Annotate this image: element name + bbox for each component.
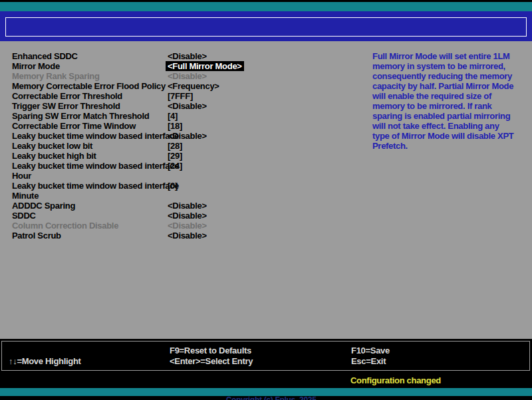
main-area: Enhanced SDDC <Disable> Mirror Mode <Ful… xyxy=(0,41,532,339)
help-panel: Full Mirror Mode will set entire 1LM mem… xyxy=(372,51,531,151)
setting-row[interactable]: Memory Correctable Error Flood Policy <F… xyxy=(12,81,364,91)
key-hint-move: ↑↓=Move Highlight xyxy=(9,356,81,366)
setting-label: Patrol Scrub xyxy=(12,231,168,241)
setting-value: [28] xyxy=(168,141,182,151)
setting-label: Correctable Error Threshold xyxy=(12,91,168,101)
key-hint-esc: Esc=Exit xyxy=(351,356,386,366)
titlebar: BIOS Setup Utility xyxy=(0,2,532,11)
setting-label: Leaky bucket high bit xyxy=(12,151,168,161)
setting-row[interactable]: ADDDC Sparing <Disable> xyxy=(12,201,364,211)
setting-label: Trigger SW Error Threshold xyxy=(12,101,168,111)
setting-row[interactable]: Trigger SW Error Threshold <Disable> xyxy=(12,101,364,111)
setting-value: <Full Mirror Mode> xyxy=(166,61,244,71)
setting-value: [4] xyxy=(168,111,178,121)
setting-row[interactable]: Sparing SW Error Match Threshold [4] xyxy=(12,111,364,121)
setting-label: Correctable Error Time Window xyxy=(12,121,168,131)
status-message: Configuration changed xyxy=(350,375,441,385)
setting-value: <Disable> xyxy=(168,131,207,141)
setting-value: <Disable> xyxy=(168,221,207,231)
setting-row[interactable]: Patrol Scrub <Disable> xyxy=(12,231,364,241)
setting-row[interactable]: Leaky bucket low bit [28] xyxy=(12,141,364,151)
key-hint-f9: F9=Reset to Defaults xyxy=(170,346,251,355)
setting-value: [29] xyxy=(168,151,182,161)
setting-row[interactable]: Enhanced SDDC <Disable> xyxy=(12,51,364,61)
setting-label: Memory Rank Sparing xyxy=(12,71,168,81)
setting-label: Sparing SW Error Match Threshold xyxy=(12,111,168,121)
setting-row: Column Correction Disable <Disable> xyxy=(12,221,364,231)
copyright-text: Copyright (c) Fplus, 2025. xyxy=(226,395,319,400)
key-hint-enter: <Enter>=Select Entry xyxy=(170,356,253,366)
setting-row[interactable]: Mirror Mode <Full Mirror Mode> xyxy=(12,61,364,71)
setting-row[interactable]: Correctable Error Threshold [7FFF] xyxy=(12,91,364,101)
setting-row[interactable]: Leaky bucket time window based interface… xyxy=(12,161,364,181)
page-title-box: Memory RAS Configuration xyxy=(5,17,527,37)
key-hint-f10: F10=Save xyxy=(351,346,390,355)
setting-label: Column Correction Disable xyxy=(12,221,168,231)
setting-value: <Disable> xyxy=(168,51,207,61)
bottom-bar: F9=Reset to Defaults F10=Save ↑↓=Move Hi… xyxy=(0,339,532,400)
setting-value: <Disable> xyxy=(168,71,207,81)
setting-label: SDDC xyxy=(12,211,168,221)
setting-label: ADDDC Sparing xyxy=(12,201,168,211)
setting-label: Leaky bucket low bit xyxy=(12,141,168,151)
settings-list: Enhanced SDDC <Disable> Mirror Mode <Ful… xyxy=(12,51,364,241)
key-hints-row-1: F9=Reset to Defaults F10=Save xyxy=(2,346,529,355)
setting-value: [0] xyxy=(168,181,178,191)
setting-row[interactable]: Correctable Error Time Window [18] xyxy=(12,121,364,131)
setting-value: <Disable> xyxy=(168,101,207,111)
setting-row[interactable]: Leaky bucket time window based interface… xyxy=(12,181,364,201)
copyright-bar: Copyright (c) Fplus, 2025. xyxy=(0,388,532,396)
setting-value: [7FFF] xyxy=(168,91,193,101)
setting-value: [18] xyxy=(168,121,182,131)
setting-value: <Disable> xyxy=(168,201,207,211)
setting-value: <Frequency> xyxy=(168,81,219,91)
setting-label: Leaky bucket time window based interface… xyxy=(12,181,168,201)
key-hints-box: F9=Reset to Defaults F10=Save ↑↓=Move Hi… xyxy=(1,341,530,371)
setting-row[interactable]: SDDC <Disable> xyxy=(12,211,364,221)
setting-label: Enhanced SDDC xyxy=(12,51,168,61)
setting-row[interactable]: Leaky bucket time window based interface… xyxy=(12,131,364,141)
bios-setup-screen: BIOS Setup Utility Memory RAS Configurat… xyxy=(0,0,532,400)
key-hints-row-2: ↑↓=Move Highlight <Enter>=Select Entry E… xyxy=(2,356,529,366)
setting-row[interactable]: Leaky bucket high bit [29] xyxy=(12,151,364,161)
setting-label: Mirror Mode xyxy=(12,61,168,71)
setting-value: [24] xyxy=(168,161,182,171)
setting-label: Leaky bucket time window based interface… xyxy=(12,161,168,181)
setting-row: Memory Rank Sparing <Disable> xyxy=(12,71,364,81)
header-band: Memory RAS Configuration xyxy=(0,11,532,41)
setting-value: <Disable> xyxy=(168,231,207,241)
setting-value: <Disable> xyxy=(168,211,207,221)
setting-label: Leaky bucket time window based interface xyxy=(12,131,168,141)
setting-label: Memory Correctable Error Flood Policy xyxy=(12,81,168,91)
